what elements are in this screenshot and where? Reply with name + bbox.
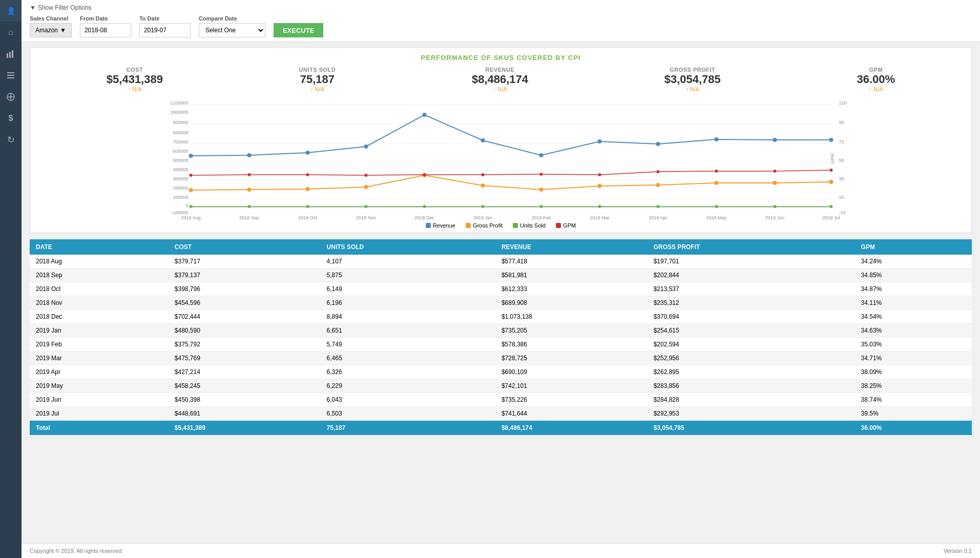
svg-text:400000: 400000 bbox=[173, 167, 188, 172]
channel-dropdown-icon: ▼ bbox=[60, 27, 66, 34]
cell-units: 6,326 bbox=[321, 365, 495, 379]
cell-gpm: 39.5% bbox=[855, 407, 972, 421]
to-date-input[interactable] bbox=[139, 23, 191, 37]
from-date-input[interactable] bbox=[80, 23, 131, 37]
compare-date-select[interactable]: Select One bbox=[199, 23, 265, 37]
cell-revenue: $577,418 bbox=[495, 255, 648, 268]
cell-date: 2019 Jun bbox=[30, 393, 169, 407]
sidebar-icon-chart[interactable] bbox=[0, 43, 22, 65]
svg-text:600000: 600000 bbox=[173, 149, 188, 154]
execute-button[interactable]: EXECUTE bbox=[274, 23, 323, 37]
svg-text:2019 Mar: 2019 Mar bbox=[590, 215, 609, 220]
cell-date: 2019 Apr bbox=[30, 365, 169, 379]
cell-date: 2018 Oct bbox=[30, 282, 169, 296]
svg-text:2018 Nov: 2018 Nov bbox=[356, 215, 376, 220]
cell-units: 5,749 bbox=[321, 338, 495, 352]
svg-text:2019 Apr: 2019 Apr bbox=[649, 215, 667, 220]
units-dot-9 bbox=[715, 205, 718, 208]
gp-dot-11 bbox=[829, 180, 833, 184]
kpi-revenue-compare: ↑ N/A bbox=[472, 86, 528, 92]
gpm-dot-8 bbox=[657, 170, 660, 173]
svg-text:2018 Aug: 2018 Aug bbox=[181, 215, 200, 220]
legend-gpm-label: GPM bbox=[563, 222, 576, 229]
table-row: 2018 Nov $454,596 6,196 $689,908 $235,31… bbox=[30, 296, 972, 310]
sales-channel-button[interactable]: Amazon ▼ bbox=[30, 23, 72, 37]
svg-text:70: 70 bbox=[839, 139, 844, 144]
cell-date: 2018 Nov bbox=[30, 296, 169, 310]
cell-cost: $454,596 bbox=[169, 296, 321, 310]
cell-date: 2019 Jul bbox=[30, 407, 169, 421]
cell-cost: $480,590 bbox=[169, 324, 321, 338]
cell-revenue: $741,644 bbox=[495, 407, 648, 421]
sidebar-icon-network[interactable] bbox=[0, 86, 22, 108]
svg-text:2019 May: 2019 May bbox=[706, 215, 727, 220]
sales-channel-group: Sales Channel Amazon ▼ bbox=[30, 15, 72, 37]
col-header-gpm: GPM bbox=[855, 239, 972, 255]
gp-dot-3 bbox=[364, 185, 368, 189]
content-area: PERFORMANCE OF SKUS COVERED BY CPI COST … bbox=[22, 42, 980, 543]
gp-dot-5 bbox=[481, 183, 485, 188]
table-row: 2019 Feb $375,792 5,749 $578,386 $202,59… bbox=[30, 338, 972, 352]
svg-text:800000: 800000 bbox=[173, 130, 188, 135]
cell-gpm: 38.09% bbox=[855, 365, 972, 379]
units-dot-3 bbox=[365, 205, 368, 208]
sidebar-icon-home[interactable]: ⌂ bbox=[0, 22, 22, 43]
legend-gpm-dot bbox=[556, 223, 561, 228]
units-dot-2 bbox=[306, 205, 309, 208]
svg-text:GPM: GPM bbox=[830, 154, 835, 164]
cell-gross-profit: $262,895 bbox=[648, 365, 855, 379]
svg-rect-5 bbox=[7, 77, 14, 78]
col-header-date: DATE bbox=[30, 239, 169, 255]
cell-revenue: $689,908 bbox=[495, 296, 648, 310]
sidebar-icon-refresh[interactable]: ↻ bbox=[0, 129, 22, 151]
legend-revenue-dot bbox=[426, 223, 431, 228]
kpi-row: COST $5,431,389 ↑ N/A UNITS SOLD 75,187 … bbox=[38, 67, 963, 92]
from-date-label: From Date bbox=[80, 15, 131, 22]
cell-gross-profit: $197,701 bbox=[648, 255, 855, 268]
svg-text:2018 Oct: 2018 Oct bbox=[298, 215, 317, 220]
units-dot-0 bbox=[190, 205, 193, 208]
svg-text:30: 30 bbox=[839, 176, 844, 181]
sidebar-icon-dollar[interactable]: $ bbox=[0, 108, 22, 129]
col-header-revenue: REVENUE bbox=[495, 239, 648, 255]
units-dot-6 bbox=[540, 205, 543, 208]
sidebar-icon-list[interactable] bbox=[0, 65, 22, 86]
sidebar-icon-user[interactable]: 👤 bbox=[0, 0, 22, 22]
gp-dot-8 bbox=[656, 183, 660, 187]
cell-revenue: $612,333 bbox=[495, 282, 648, 296]
chart-container: 1100000 1000000 900000 800000 700000 600… bbox=[38, 97, 963, 220]
col-header-units: UNITS SOLD bbox=[321, 239, 495, 255]
footer-version: Version 0.1 bbox=[944, 548, 972, 554]
legend-revenue-label: Revenue bbox=[433, 222, 455, 229]
table-row: 2019 May $458,245 6,229 $742,101 $283,85… bbox=[30, 379, 972, 393]
svg-text:2018 Sep: 2018 Sep bbox=[239, 215, 259, 220]
table-row: 2018 Dec $702,444 8,894 $1,073,138 $370,… bbox=[30, 310, 972, 324]
table-row: 2019 Jul $448,691 6,503 $741,644 $292,95… bbox=[30, 407, 972, 421]
gpm-dot-4 bbox=[423, 173, 426, 176]
legend-revenue: Revenue bbox=[426, 222, 455, 229]
svg-text:100000: 100000 bbox=[173, 195, 188, 200]
main-content: ▼ Show Filter Options Sales Channel Amaz… bbox=[22, 0, 980, 558]
kpi-gpm-label: GPM bbox=[857, 67, 895, 73]
kpi-cost-label: COST bbox=[107, 67, 163, 73]
cell-date: 2018 Sep bbox=[30, 268, 169, 282]
table-row: 2018 Aug $379,717 4,107 $577,418 $197,70… bbox=[30, 255, 972, 268]
footer-copyright: Copyright © 2019. All rights reserved. bbox=[30, 548, 123, 554]
revenue-dot-0 bbox=[189, 154, 193, 158]
cell-cost: $458,245 bbox=[169, 379, 321, 393]
cell-date: 2019 May bbox=[30, 379, 169, 393]
svg-text:2019 Jun: 2019 Jun bbox=[765, 215, 784, 220]
cell-cost: $375,792 bbox=[169, 338, 321, 352]
legend-units-sold-dot bbox=[513, 223, 518, 228]
cell-gross-profit: $284,828 bbox=[648, 393, 855, 407]
to-date-group: To Date bbox=[139, 15, 191, 37]
kpi-units-value: 75,187 bbox=[299, 73, 336, 86]
cell-cost: $450,398 bbox=[169, 393, 321, 407]
filter-toggle[interactable]: ▼ Show Filter Options bbox=[30, 4, 972, 11]
total-label: Total bbox=[30, 421, 169, 436]
cell-gpm: 35.03% bbox=[855, 338, 972, 352]
kpi-gross-profit-value: $3,054,785 bbox=[664, 73, 721, 86]
cell-gross-profit: $235,312 bbox=[648, 296, 855, 310]
svg-text:90: 90 bbox=[839, 120, 844, 125]
cell-date: 2018 Aug bbox=[30, 255, 169, 268]
